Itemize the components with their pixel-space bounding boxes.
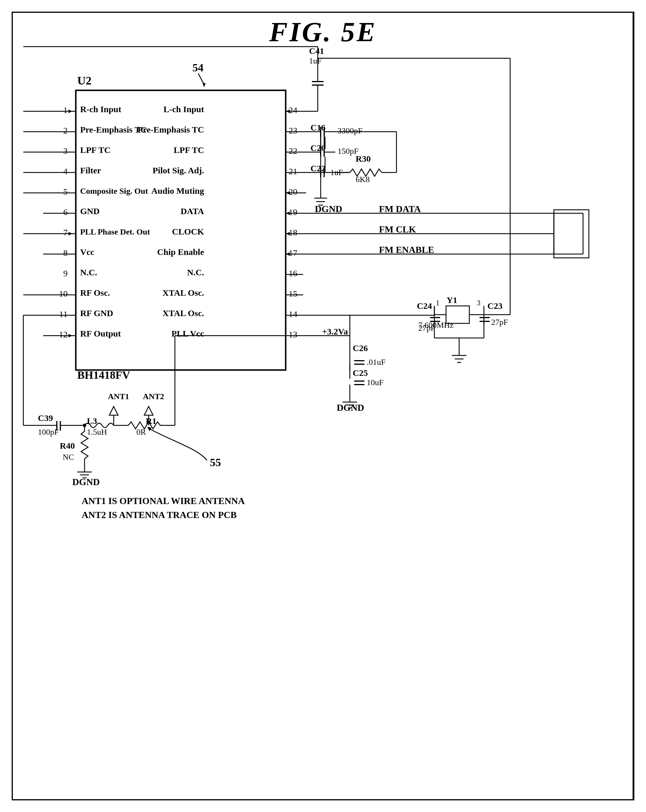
pin15-num: 15 <box>289 289 297 298</box>
pin24-num: 24 <box>289 105 297 115</box>
ref55-arrowhead <box>147 427 152 431</box>
pin7-label: PLL Phase Det. Out <box>80 227 150 236</box>
supply-label: +3.2Va <box>322 327 348 336</box>
pin10-num: 10 <box>59 289 67 298</box>
c25-value: 10uF <box>367 378 384 387</box>
c23-value: 27pF <box>491 317 508 327</box>
fm-signals-box <box>554 210 589 258</box>
c41-label: C41 <box>309 46 324 56</box>
ref54-label: 54 <box>192 61 204 74</box>
pin11-label: RF GND <box>80 308 113 318</box>
page-container: FIG. 5E U2 BH1418FV R-ch Input Pre-Empha… <box>0 0 646 812</box>
pin21-label: Pilot Sig. Adj. <box>153 165 204 175</box>
pin4-num: 4 <box>63 166 67 176</box>
pin19-label: DATA <box>181 206 204 216</box>
pin2-num: 2 <box>63 125 67 135</box>
r40-label: R40 <box>60 441 75 450</box>
pin6-num: 6 <box>63 207 67 217</box>
c20-value: 150pF <box>338 147 358 156</box>
pin1-arrow <box>69 110 72 113</box>
fm-data-label: FM DATA <box>379 204 421 214</box>
c41-value: 1uF <box>309 56 322 65</box>
pin21-num: 21 <box>289 166 297 176</box>
pin17-num: 17 <box>289 248 297 258</box>
l3-label: L3 <box>87 416 97 426</box>
ref55-label: 55 <box>210 456 221 469</box>
ant2-symbol <box>144 406 153 415</box>
r1-value: 0R <box>136 427 146 437</box>
c24-value: 27pF <box>418 324 435 333</box>
ant2-label: ANT2 <box>143 392 164 401</box>
ant1-note: ANT1 IS OPTIONAL WIRE ANTENNA <box>82 496 245 506</box>
y1-pin1: 1 <box>436 299 439 307</box>
pin18-num: 18 <box>289 227 297 237</box>
pin1-label: R-ch Input <box>80 104 121 114</box>
pin10-label: RF Osc. <box>80 288 110 298</box>
ant1-label: ANT1 <box>108 392 129 401</box>
pin19-num: 19 <box>289 207 297 217</box>
ant1-symbol <box>109 406 118 415</box>
pin16-label: N.C. <box>187 267 204 277</box>
pin20-label: Audio Muting <box>151 186 204 195</box>
pin5-num: 5 <box>63 187 67 196</box>
circuit-diagram: U2 BH1418FV R-ch Input Pre-Emphasis TC L… <box>0 0 646 812</box>
fm-clk-label: FM CLK <box>379 224 416 235</box>
pin13-label: PLL Vcc <box>171 329 204 338</box>
pin2-label: Pre-Emphasis TC <box>80 125 147 134</box>
pin17-label: Chip Enable <box>157 247 204 257</box>
pin4-label: Filter <box>80 165 101 175</box>
l3-value: 1.5uH <box>87 427 107 437</box>
pin13-num: 13 <box>289 330 297 339</box>
pin12-arrow <box>69 334 72 337</box>
c25-label: C25 <box>353 368 368 378</box>
c39-value: 100pF <box>38 427 59 437</box>
pin6-label: GND <box>80 206 100 216</box>
pin12-num: 12 <box>59 330 67 339</box>
pin7-num: 7 <box>63 227 67 237</box>
c24-label: C24 <box>417 301 432 311</box>
c16-value: 3300pF <box>338 126 363 135</box>
pin23-label: Pre-Emphasis TC <box>138 125 204 134</box>
pin18-label: CLOCK <box>172 227 204 236</box>
pin15-label: XTAL Osc. <box>162 288 204 298</box>
pin5-label: Composite Sig. Out <box>80 186 148 195</box>
c22-value: 1uF <box>330 168 343 177</box>
c16-label: C16 <box>311 123 326 132</box>
pin9-num: 9 <box>63 268 67 278</box>
pin14-label: XTAL Osc. <box>162 308 204 318</box>
c20-label: C20 <box>311 143 326 153</box>
fm-enable-label: FM ENABLE <box>379 244 434 255</box>
c26-label: C26 <box>353 343 368 353</box>
r30-value: 6K8 <box>356 175 370 184</box>
c26-value: .01uF <box>367 357 386 366</box>
pin12-label: RF Output <box>80 329 121 338</box>
pin24-label: L-ch Input <box>164 104 204 114</box>
pin20-num: 20 <box>289 187 297 196</box>
y1-pin3: 3 <box>477 299 481 307</box>
r30-label: R30 <box>356 154 371 163</box>
ic-part-label: BH1418FV <box>77 369 130 381</box>
pin8-num: 8 <box>63 248 67 258</box>
ic-u2-label: U2 <box>77 74 92 87</box>
pin3-label: LPF TC <box>80 145 110 155</box>
pin24-arrow <box>286 110 290 113</box>
c23-label: C23 <box>487 301 502 311</box>
pin14-num: 14 <box>289 309 297 319</box>
pin7-arrow <box>69 232 72 235</box>
ref54-arrow <box>203 83 205 87</box>
pin3-num: 3 <box>63 146 67 156</box>
r40-value: NC <box>63 452 74 461</box>
svg-line-42 <box>198 73 204 84</box>
pin16-num: 16 <box>289 268 297 278</box>
pin1-num: 1 <box>63 105 67 115</box>
ant2-note: ANT2 IS ANTENNA TRACE ON PCB <box>82 510 237 520</box>
c22-label: C22 <box>311 163 326 173</box>
pin23-num: 23 <box>289 125 297 135</box>
pin22-label: LPF TC <box>174 145 204 155</box>
ref55-arrow <box>148 428 207 460</box>
pin9-label: N.C. <box>80 267 97 277</box>
pin11-num: 11 <box>59 309 67 319</box>
y1-label: Y1 <box>447 295 458 305</box>
c39-label: C39 <box>38 413 53 423</box>
pin8-label: Vcc <box>80 247 94 257</box>
